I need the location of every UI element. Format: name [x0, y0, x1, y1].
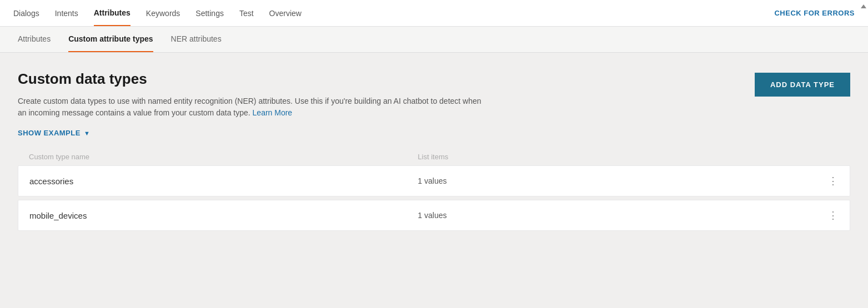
scroll-up-arrow [861, 4, 866, 8]
data-table: Custom type name List items accessories … [18, 148, 850, 231]
row-actions-mobile-devices[interactable]: ⋮ [816, 210, 839, 220]
add-data-type-button[interactable]: ADD DATA TYPE [755, 73, 850, 97]
row-actions-accessories[interactable]: ⋮ [816, 176, 839, 186]
description: Create custom data types to use with nam… [18, 95, 484, 119]
page-title: Custom data types [18, 70, 755, 88]
row-list-accessories: 1 values [418, 176, 816, 185]
nav-item-keywords[interactable]: Keywords [146, 1, 180, 26]
header-row: Custom data types Create custom data typ… [18, 70, 850, 137]
learn-more-link[interactable]: Learn More [253, 108, 293, 117]
show-example-label: SHOW EXAMPLE [18, 129, 81, 137]
more-options-icon[interactable]: ⋮ [828, 210, 839, 220]
nav-item-settings[interactable]: Settings [195, 1, 224, 26]
tab-custom-attribute-types[interactable]: Custom attribute types [68, 27, 153, 52]
tab-ner-attributes[interactable]: NER attributes [171, 27, 222, 52]
main-content: Custom data types Create custom data typ… [0, 53, 868, 252]
nav-item-dialogs[interactable]: Dialogs [13, 1, 39, 26]
nav-item-test[interactable]: Test [239, 1, 254, 26]
show-example-toggle[interactable]: SHOW EXAMPLE ▼ [18, 129, 755, 137]
nav-item-attributes[interactable]: Attributes [94, 1, 131, 26]
table-header: Custom type name List items [18, 148, 850, 165]
col-header-name: Custom type name [29, 153, 418, 161]
row-name-accessories: accessories [29, 176, 418, 186]
col-header-actions [817, 153, 839, 161]
more-options-icon[interactable]: ⋮ [828, 176, 839, 186]
description-text: Create custom data types to use with nam… [18, 97, 481, 117]
tab-attributes[interactable]: Attributes [18, 27, 51, 52]
sub-tabs: Attributes Custom attribute types NER at… [0, 27, 868, 53]
nav-item-intents[interactable]: Intents [55, 1, 78, 26]
nav-links: Dialogs Intents Attributes Keywords Sett… [13, 1, 302, 26]
header-left: Custom data types Create custom data typ… [18, 70, 755, 137]
chevron-down-icon: ▼ [84, 130, 90, 137]
top-nav: Dialogs Intents Attributes Keywords Sett… [0, 0, 868, 27]
col-header-list: List items [418, 153, 817, 161]
scroll-indicator [859, 0, 868, 27]
row-name-mobile-devices: mobile_devices [29, 211, 418, 220]
table-row: mobile_devices 1 values ⋮ [18, 200, 850, 231]
table-row: accessories 1 values ⋮ [18, 165, 850, 196]
nav-item-overview[interactable]: Overview [269, 1, 302, 26]
row-list-mobile-devices: 1 values [418, 211, 816, 220]
check-errors-button[interactable]: CHECK FOR ERRORS [774, 9, 855, 17]
